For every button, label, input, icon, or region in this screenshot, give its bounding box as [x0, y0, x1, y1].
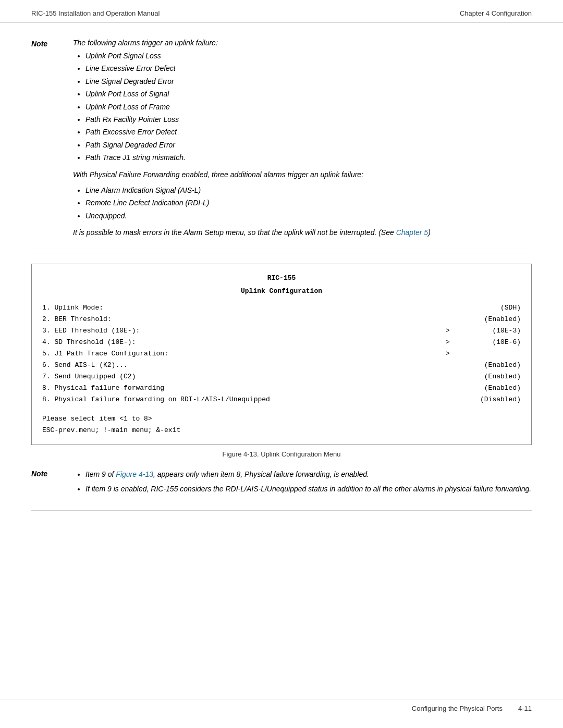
menu-title: RIC-155: [42, 273, 521, 284]
footer-page: 4-11: [518, 705, 532, 712]
list-item: Line Signal Degraded Error: [85, 76, 532, 87]
menu-row-left: 1. Uplink Mode:: [42, 302, 443, 314]
menu-row: 4. SD Threshold (10E-):>(10E-6): [42, 337, 521, 348]
note1-para1: With Physical Failure Forwarding enabled…: [73, 169, 532, 180]
menu-row-right: (Disabled): [453, 394, 521, 405]
menu-row-right: (Enabled): [453, 314, 521, 325]
menu-spacer: [42, 406, 521, 411]
menu-row: 1. Uplink Mode:(SDH): [42, 302, 521, 314]
note2-bullet-list: Item 9 of Figure 4-13, appears only when…: [73, 468, 532, 495]
menu-row: 8. Physical failure forwarding(Enabled): [42, 382, 521, 394]
list-item: Line Excessive Error Defect: [85, 63, 532, 74]
menu-row-arrow: >: [443, 337, 453, 348]
menu-row-left: 2. BER Threshold:: [42, 314, 443, 325]
note1-para2: It is possible to mask errors in the Ala…: [73, 227, 532, 238]
menu-row-right: (Enabled): [453, 382, 521, 394]
list-item: If item 9 is enabled, RIC-155 considers …: [85, 483, 532, 495]
menu-row: 2. BER Threshold:(Enabled): [42, 314, 521, 325]
menu-esc: ESC-prev.menu; !-main menu; &-exit: [42, 425, 521, 436]
list-item: Path Trace J1 string mismatch.: [85, 152, 532, 163]
note1-content: The following alarms trigger an uplink f…: [73, 39, 532, 242]
list-item: Path Rx Facility Pointer Loss: [85, 114, 532, 125]
note2-content: Item 9 of Figure 4-13, appears only when…: [73, 468, 532, 500]
menu-row: 3. EED Threshold (10E-):>(10E-3): [42, 325, 521, 337]
menu-row-right: (SDH): [453, 302, 521, 314]
list-item: Uplink Port Loss of Frame: [85, 101, 532, 113]
menu-row-left: 7. Send Unequipped (C2): [42, 371, 443, 382]
list-item: Line Alarm Indication Signal (AIS-L): [85, 184, 532, 196]
menu-row-arrow: >: [443, 348, 453, 360]
footer-section: Configuring the Physical Ports: [412, 705, 503, 712]
list-item: Uplink Port Loss of Signal: [85, 88, 532, 100]
menu-row-left: 8. Physical failure forwarding: [42, 382, 443, 394]
note1-para2-end: ): [428, 228, 431, 237]
menu-box: RIC-155 Uplink Configuration 1. Uplink M…: [31, 264, 532, 445]
note2-label: Note: [31, 468, 73, 478]
chapter5-link[interactable]: Chapter 5: [396, 228, 428, 237]
menu-row: 8. Physical failure forwarding on RDI-L/…: [42, 394, 521, 405]
list-item: Item 9 of Figure 4-13, appears only when…: [85, 468, 532, 480]
menu-row: 7. Send Unequipped (C2)(Enabled): [42, 371, 521, 382]
menu-row-right: (Enabled): [453, 371, 521, 382]
figure413-link[interactable]: Figure 4-13: [116, 470, 153, 478]
menu-row-right: (10E-3): [453, 325, 521, 337]
menu-row-right: (10E-6): [453, 337, 521, 348]
page-content: Note The following alarms trigger an upl…: [0, 23, 563, 537]
menu-rows: 1. Uplink Mode:(SDH)2. BER Threshold:(En…: [42, 302, 521, 406]
note1-intro: The following alarms trigger an uplink f…: [73, 39, 532, 47]
note1-label: Note: [31, 39, 73, 48]
list-item: Path Signal Degraded Error: [85, 139, 532, 151]
menu-row-left: 6. Send AIS-L (K2)...: [42, 360, 443, 371]
list-item: Unequipped.: [85, 210, 532, 221]
note1-section: Note The following alarms trigger an upl…: [31, 39, 532, 253]
menu-subtitle: Uplink Configuration: [42, 286, 521, 297]
figure-caption: Figure 4-13. Uplink Configuration Menu: [31, 450, 532, 458]
note1-bullet-list1: Uplink Port Signal LossLine Excessive Er…: [73, 50, 532, 164]
menu-prompt: Please select item <1 to 8>: [42, 413, 521, 425]
menu-row-right: (Enabled): [453, 360, 521, 371]
header-left: RIC-155 Installation and Operation Manua…: [31, 9, 160, 17]
page-header: RIC-155 Installation and Operation Manua…: [0, 0, 563, 23]
menu-row-left: 8. Physical failure forwarding on RDI-L/…: [42, 394, 443, 405]
menu-row-arrow: >: [443, 325, 453, 337]
menu-row-left: 5. J1 Path Trace Configuration:: [42, 348, 443, 360]
menu-row: 5. J1 Path Trace Configuration:>: [42, 348, 521, 360]
note1-para2-text: It is possible to mask errors in the Ala…: [73, 228, 396, 237]
menu-row-left: 3. EED Threshold (10E-):: [42, 325, 443, 337]
list-item: Uplink Port Signal Loss: [85, 50, 532, 61]
note1-bullet-list2: Line Alarm Indication Signal (AIS-L)Remo…: [73, 184, 532, 221]
menu-row-left: 4. SD Threshold (10E-):: [42, 337, 443, 348]
menu-row: 6. Send AIS-L (K2)...(Enabled): [42, 360, 521, 371]
note2-section: Note Item 9 of Figure 4-13, appears only…: [31, 468, 532, 511]
list-item: Path Excessive Error Defect: [85, 126, 532, 138]
header-right: Chapter 4 Configuration: [460, 9, 532, 17]
page-footer: Configuring the Physical Ports 4-11: [0, 699, 563, 718]
list-item: Remote Line Defect Indication (RDI-L): [85, 197, 532, 208]
